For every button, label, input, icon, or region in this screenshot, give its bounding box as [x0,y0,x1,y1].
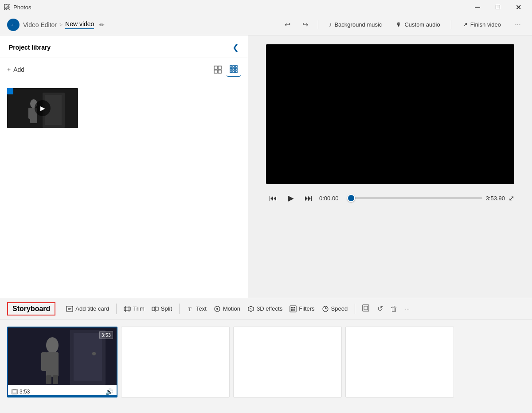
trim-button[interactable]: Trim [120,303,148,315]
mic-icon: 🎙 [396,21,402,28]
svg-rect-14 [7,88,13,94]
toolbar-separator-1 [318,20,318,29]
back-button[interactable]: ← [7,19,20,31]
delete-button[interactable]: 🗑 [387,302,401,316]
svg-point-48 [46,337,59,353]
speed-button[interactable]: Speed [318,303,352,315]
svg-rect-5 [233,66,235,67]
view-toggle [211,62,241,77]
progress-thumb[interactable] [347,194,355,202]
undo-button[interactable]: ↩ [281,18,295,32]
background-music-label: Background music [334,21,382,28]
filters-icon [289,305,297,312]
storyboard-empty-slot-1 [121,327,230,397]
svg-rect-51 [52,352,59,371]
svg-rect-25 [124,307,130,311]
speed-icon [322,305,329,312]
storyboard-empty-slot-2 [233,327,342,397]
fullscreen-button[interactable]: ⤢ [509,194,514,203]
progress-bar[interactable] [347,197,482,199]
redo-button[interactable]: ↪ [298,18,313,32]
3d-effects-button[interactable]: 3D effects [244,303,286,315]
svg-rect-43 [364,306,368,310]
clip-thumbnail: 3:53 [8,327,117,385]
speed-label: Speed [331,305,348,312]
svg-rect-0 [214,66,217,69]
split-label: Split [161,305,172,312]
text-button[interactable]: T Text [183,303,210,315]
undo-icon: ↩ [285,20,290,29]
library-toolbar: + Add [0,58,248,81]
add-title-card-button[interactable]: Add title card [63,303,113,315]
background-music-button[interactable]: ♪ Background music [324,19,387,31]
sound-icon: 🔊 [106,388,113,395]
library-clip-1[interactable]: ▶ [7,88,78,128]
more-icon: ··· [515,21,520,29]
end-time: 3:53.90 [486,195,505,202]
svg-rect-46 [74,333,102,381]
skip-forward-button[interactable]: ⏭ [301,191,316,205]
grid-small-icon [230,65,238,73]
svg-rect-38 [293,309,295,311]
title-bar-left: 🖼 Photos [4,4,31,11]
svg-rect-3 [218,70,221,73]
motion-button[interactable]: Motion [210,303,244,315]
toolbar-separator-2 [451,20,451,29]
play-pause-button[interactable]: ▶ [284,191,298,205]
grid-view-button[interactable] [211,62,225,77]
maximize-button[interactable]: □ [488,0,508,14]
rotate-button[interactable]: ↺ [373,302,387,316]
svg-rect-55 [12,390,13,394]
filters-button[interactable]: Filters [286,303,318,315]
library-content: ▶ [0,81,248,135]
more-options-button[interactable]: ··· [511,18,525,32]
back-icon: ← [10,21,16,28]
split-icon [152,305,159,312]
list-view-button[interactable] [227,62,241,77]
svg-rect-2 [214,70,217,73]
grid-large-icon [214,66,222,74]
redo-icon: ↪ [302,20,308,29]
storyboard-clips-area: 3:53 3:53 🔊 [0,319,532,413]
motion-icon [214,305,221,312]
filters-label: Filters [299,305,314,312]
filmstrip-icon [12,389,18,395]
add-media-button[interactable]: + Add [7,66,24,73]
svg-rect-12 [235,71,237,73]
svg-rect-9 [235,68,237,70]
breadcrumb-parent[interactable]: Video Editor [23,21,57,28]
rewind-icon: ⏮ [269,194,277,203]
play-icon: ▶ [288,193,294,203]
video-canvas [266,44,514,184]
custom-audio-button[interactable]: 🎙 Custom audio [391,19,445,31]
close-button[interactable]: ✕ [508,0,528,14]
fullscreen-icon: ⤢ [509,195,514,202]
storyboard-section: Storyboard Add title card Trim [0,298,532,413]
collapse-panel-button[interactable]: ❮ [232,43,239,52]
rewind-to-start-button[interactable]: ⏮ [266,191,280,205]
svg-rect-52 [46,375,51,384]
svg-rect-22 [66,306,73,312]
more-tools-button[interactable]: ··· [401,303,413,315]
motion-label: Motion [223,305,240,312]
edit-title-icon[interactable]: ✏ [99,21,105,28]
storyboard-clip-1[interactable]: 3:53 3:53 🔊 [7,327,117,397]
storyboard-toolbar: Storyboard Add title card Trim [0,298,532,319]
svg-rect-56 [16,390,17,394]
svg-rect-6 [235,66,237,67]
add-title-card-label: Add title card [75,305,109,312]
resize-icon [362,304,370,314]
split-button[interactable]: Split [148,303,176,315]
resize-button[interactable] [359,302,373,316]
storyboard-empty-slot-3 [345,327,454,397]
play-button-overlay[interactable]: ▶ [35,100,51,116]
svg-rect-1 [218,66,221,69]
clip-progress-fill [8,395,117,397]
minimize-button[interactable]: ─ [467,0,488,14]
svg-rect-20 [28,108,32,119]
finish-video-button[interactable]: ↗ Finish video [457,19,507,31]
svg-rect-4 [230,66,232,67]
clip-time-display: 3:53 [12,389,30,395]
svg-rect-35 [291,307,293,308]
svg-marker-15 [7,88,13,94]
